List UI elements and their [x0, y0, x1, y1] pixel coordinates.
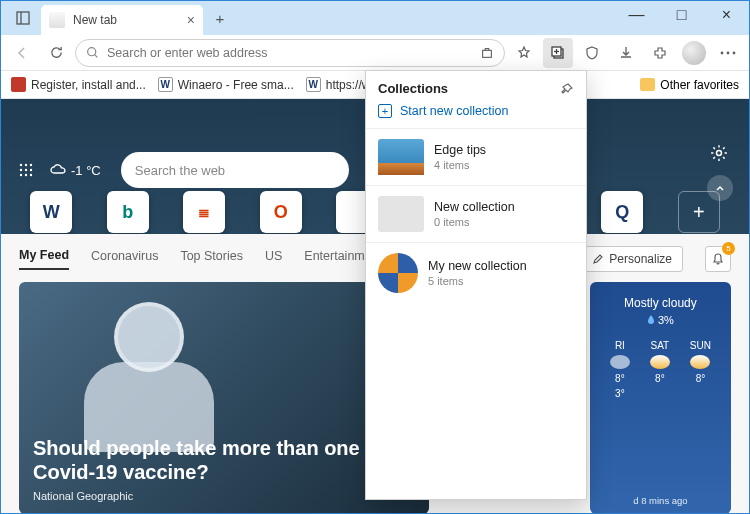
svg-point-19: [25, 174, 27, 176]
shopping-icon[interactable]: [480, 46, 494, 60]
bookmark-favicon: W: [158, 77, 173, 92]
bookmark-label: Winaero - Free sma...: [178, 78, 294, 92]
collections-button[interactable]: [543, 38, 573, 68]
favorites-button[interactable]: [509, 38, 539, 68]
search-icon: [86, 46, 99, 59]
tab-close-button[interactable]: ×: [187, 12, 195, 28]
svg-point-17: [30, 169, 32, 171]
arrow-left-icon: [14, 45, 30, 61]
card-source: National Geographic: [33, 490, 415, 502]
collection-count: 0 items: [434, 216, 515, 228]
new-tab-button[interactable]: +: [206, 4, 234, 32]
collection-name: Edge tips: [434, 143, 486, 157]
back-button[interactable]: [7, 38, 37, 68]
weather-day: SAT8°: [650, 340, 670, 399]
extensions-button[interactable]: [645, 38, 675, 68]
plus-icon: +: [678, 191, 720, 233]
svg-point-11: [733, 51, 736, 54]
svg-point-13: [25, 164, 27, 166]
avatar: [682, 41, 706, 65]
svg-point-14: [30, 164, 32, 166]
downloads-icon: [618, 45, 634, 61]
shield-icon: [584, 45, 600, 61]
address-bar[interactable]: Search or enter web address: [75, 39, 505, 67]
personalize-button[interactable]: Personalize: [581, 246, 683, 272]
notifications-button[interactable]: 5: [705, 246, 731, 272]
apps-grid-button[interactable]: [17, 161, 35, 179]
folder-icon: [640, 78, 655, 91]
weather-humidity: 3%: [600, 314, 721, 326]
other-favorites-label: Other favorites: [660, 78, 739, 92]
svg-point-15: [20, 169, 22, 171]
weather-mini[interactable]: -1 °C: [49, 163, 101, 178]
collection-thumbnail: [378, 253, 418, 293]
collections-title: Collections: [378, 81, 448, 96]
svg-rect-0: [17, 12, 29, 24]
window-maximize-button[interactable]: □: [659, 1, 704, 29]
bookmark-winaero[interactable]: WWinaero - Free sma...: [158, 77, 294, 92]
tile-icon: W: [30, 191, 72, 233]
tracking-button[interactable]: [577, 38, 607, 68]
temperature-label: -1 °C: [71, 163, 101, 178]
feed-tab-entertainment[interactable]: Entertainm: [304, 249, 364, 269]
feed-tab-topstories[interactable]: Top Stories: [180, 249, 243, 269]
tile-icon: b: [107, 191, 149, 233]
bookmark-label: Register, install and...: [31, 78, 146, 92]
drop-icon: [647, 315, 655, 325]
bookmark-favicon: W: [306, 77, 321, 92]
notification-badge: 5: [722, 242, 735, 255]
app-menu-button[interactable]: [713, 38, 743, 68]
svg-point-12: [20, 164, 22, 166]
svg-point-21: [717, 151, 722, 156]
pin-button[interactable]: [560, 82, 574, 96]
svg-point-2: [88, 48, 96, 56]
search-placeholder: Search the web: [135, 163, 225, 178]
tile-icon: O: [260, 191, 302, 233]
collection-item-edge-tips[interactable]: Edge tips 4 items: [366, 128, 586, 185]
collection-item-my-new[interactable]: My new collection 5 items: [366, 242, 586, 303]
card-title: Should people take more than one Covid-1…: [33, 436, 415, 484]
personalize-label: Personalize: [609, 252, 672, 266]
extension-icon: [652, 45, 668, 61]
collection-count: 4 items: [434, 159, 486, 171]
window-minimize-button[interactable]: —: [614, 1, 659, 29]
collection-name: New collection: [434, 200, 515, 214]
profile-button[interactable]: [679, 38, 709, 68]
tab-new-tab[interactable]: New tab ×: [41, 5, 203, 35]
feed-tab-coronavirus[interactable]: Coronavirus: [91, 249, 158, 269]
svg-point-9: [721, 51, 724, 54]
feed-tab-us[interactable]: US: [265, 249, 282, 269]
downloads-button[interactable]: [611, 38, 641, 68]
start-new-collection-label: Start new collection: [400, 104, 508, 118]
svg-point-10: [727, 51, 730, 54]
vertical-tabs-button[interactable]: [9, 4, 37, 32]
collection-thumbnail: [378, 139, 424, 175]
svg-point-16: [25, 169, 27, 171]
pin-icon: [560, 82, 574, 96]
weather-card[interactable]: Mostly cloudy 3% RI8°3° SAT8° SUN8° d 8 …: [590, 282, 731, 514]
other-favorites-button[interactable]: Other favorites: [640, 78, 739, 92]
grid-icon: [19, 163, 33, 177]
weather-footer: d 8 mins ago: [590, 495, 731, 506]
feed-tab-myfeed[interactable]: My Feed: [19, 248, 69, 270]
start-new-collection-button[interactable]: + Start new collection: [366, 100, 586, 128]
gear-icon: [710, 144, 728, 162]
ntp-settings-button[interactable]: [705, 139, 733, 167]
reload-button[interactable]: [41, 38, 71, 68]
collection-count: 5 items: [428, 275, 527, 287]
star-plus-icon: [516, 45, 532, 61]
tab-title: New tab: [73, 13, 117, 27]
weather-day: RI8°3°: [610, 340, 630, 399]
weather-title: Mostly cloudy: [600, 296, 721, 310]
tile-icon: Q: [601, 191, 643, 233]
window-close-button[interactable]: ×: [704, 1, 749, 29]
svg-rect-4: [483, 50, 492, 57]
svg-line-3: [95, 55, 97, 57]
reload-icon: [49, 45, 64, 60]
pencil-icon: [592, 253, 604, 265]
ntp-search-box[interactable]: Search the web: [121, 152, 349, 188]
bookmark-register[interactable]: Register, install and...: [11, 77, 146, 92]
bell-icon: [711, 252, 725, 266]
collection-name: My new collection: [428, 259, 527, 273]
collection-item-new[interactable]: New collection 0 items: [366, 185, 586, 242]
